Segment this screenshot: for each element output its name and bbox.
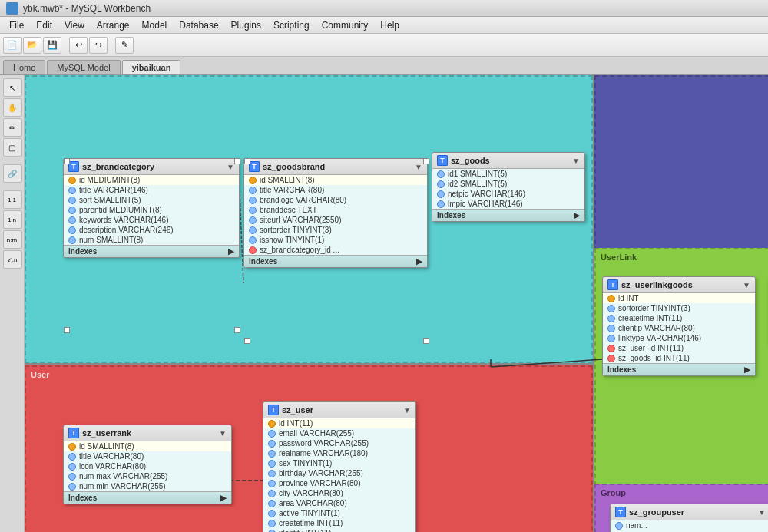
table-sz_user[interactable]: T sz_user ▼ id INT(11) email VARCHAR(255… — [263, 401, 416, 532]
11-tool[interactable]: 1:1 — [3, 190, 22, 209]
undo-btn[interactable]: ↩ — [69, 37, 88, 54]
tab-home[interactable]: Home — [3, 60, 45, 74]
resize-handle[interactable] — [244, 338, 250, 344]
field-icon — [268, 460, 276, 468]
table-row: linktype VARCHAR(146) — [603, 333, 755, 343]
field-icon — [68, 216, 76, 224]
select-tool[interactable]: ↖ — [3, 78, 22, 97]
expand-btn[interactable]: ▼ — [219, 429, 227, 438]
table-row: brandlogo VARCHAR(80) — [244, 195, 427, 205]
menu-item-help[interactable]: Help — [374, 18, 406, 32]
table-footer-sz_brandcategory[interactable]: Indexes ▶ — [64, 245, 239, 257]
canvas[interactable]: User UserLink Group T — [25, 75, 768, 532]
1n-tool[interactable]: 1:n — [3, 210, 22, 229]
table-header-sz_goods[interactable]: T sz_goods ▼ — [432, 153, 584, 169]
app-icon — [6, 2, 18, 15]
resize-handle[interactable] — [234, 158, 240, 164]
table-footer-sz_goods[interactable]: Indexes ▶ — [432, 209, 584, 221]
table-footer-sz_userrank[interactable]: Indexes ▶ — [64, 491, 231, 504]
menu-item-view[interactable]: View — [58, 18, 91, 32]
pencil-tool[interactable]: ✏ — [3, 118, 22, 137]
menu-item-edit[interactable]: Edit — [30, 18, 58, 32]
field-icon — [268, 430, 276, 438]
table-header-sz_userrank[interactable]: T sz_userrank ▼ — [64, 425, 231, 441]
menubar: FileEditViewArrangeModelDatabasePluginsS… — [0, 17, 768, 34]
table-sz_brandcategory[interactable]: T sz_brandcategory ▼ id MEDIUMINT(8) tit… — [63, 158, 240, 258]
field-icon — [249, 207, 257, 214]
userlink-region-label: UserLink — [601, 253, 637, 262]
resize-handle[interactable] — [64, 158, 70, 164]
indexes-label: Indexes — [437, 211, 465, 220]
footer-arrow: ▶ — [744, 365, 750, 374]
field-icon — [437, 190, 445, 198]
field-icon — [249, 236, 257, 244]
footer-arrow: ▶ — [574, 211, 580, 220]
table-row: id MEDIUMINT(8) — [64, 175, 239, 185]
nn-tool[interactable]: ↙:n — [3, 250, 22, 269]
menu-item-scripting[interactable]: Scripting — [267, 18, 316, 32]
field-icon — [68, 226, 76, 234]
fk-icon — [249, 246, 257, 254]
table-row: title VARCHAR(146) — [64, 185, 239, 195]
resize-handle[interactable] — [423, 158, 429, 164]
table-body: id MEDIUMINT(8) title VARCHAR(146) sort … — [64, 175, 239, 245]
table-icon: T — [615, 507, 626, 517]
expand-btn[interactable]: ▼ — [743, 281, 750, 289]
link-tool[interactable]: 🔗 — [3, 164, 22, 183]
table-row: city VARCHAR(80) — [263, 488, 415, 498]
expand-btn[interactable]: ▼ — [415, 163, 422, 171]
toolbar: 📄 📂 💾 ↩ ↪ ✎ — [0, 34, 768, 57]
menu-item-arrange[interactable]: Arrange — [91, 18, 136, 32]
expand-btn[interactable]: ▼ — [572, 157, 580, 165]
table-sz_goodsbrand[interactable]: T sz_goodsbrand ▼ id SMALLINT(8) title V… — [243, 158, 428, 268]
edit-btn[interactable]: ✎ — [115, 37, 134, 54]
table-header-sz_groupuser[interactable]: T sz_groupuser ▼ — [611, 504, 768, 520]
redo-btn[interactable]: ↪ — [89, 37, 108, 54]
nm-tool[interactable]: n:m — [3, 230, 22, 249]
table-row: id1 SMALLINT(5) — [432, 169, 584, 179]
rect-tool[interactable]: ▢ — [3, 138, 22, 157]
table-row: netpic VARCHAR(146) — [432, 189, 584, 199]
resize-handle[interactable] — [244, 158, 250, 164]
field-icon — [268, 440, 276, 448]
table-footer-sz_userlinkgoods[interactable]: Indexes ▶ — [603, 363, 755, 375]
titlebar: ybk.mwb* - MySQL Workbench — [0, 0, 768, 17]
field-icon — [607, 315, 615, 322]
save-btn[interactable]: 💾 — [43, 37, 61, 54]
table-row: branddesc TEXT — [244, 205, 427, 215]
table-header-sz_userlinkgoods[interactable]: T sz_userlinkgoods ▼ — [603, 277, 755, 293]
table-header-sz_brandcategory[interactable]: T sz_brandcategory ▼ — [64, 159, 239, 175]
expand-btn[interactable]: ▼ — [758, 508, 766, 517]
new-btn[interactable]: 📄 — [3, 37, 22, 54]
table-footer-sz_goodsbrand[interactable]: Indexes ▶ — [244, 255, 427, 267]
field-icon — [249, 197, 257, 204]
open-btn[interactable]: 📂 — [23, 37, 41, 54]
blue-region — [594, 75, 768, 259]
table-sz_userlinkgoods[interactable]: T sz_userlinkgoods ▼ id INT sortorder TI… — [602, 276, 756, 376]
title-text: ybk.mwb* - MySQL Workbench — [23, 3, 151, 14]
field-icon — [68, 483, 76, 491]
field-icon — [268, 450, 276, 458]
tab-yibaikuan[interactable]: yibaikuan — [122, 60, 181, 74]
resize-handle[interactable] — [423, 338, 429, 344]
fk-icon — [607, 355, 615, 362]
table-row: sz_goods_id INT(11) — [603, 353, 755, 363]
table-header-sz_user[interactable]: T sz_user ▼ — [263, 402, 415, 418]
hand-tool[interactable]: ✋ — [3, 98, 22, 117]
menu-item-database[interactable]: Database — [173, 18, 224, 32]
table-header-sz_goodsbrand[interactable]: T sz_goodsbrand ▼ — [244, 159, 427, 175]
resize-handle[interactable] — [64, 327, 70, 333]
menu-item-plugins[interactable]: Plugins — [225, 18, 267, 32]
footer-arrow: ▶ — [228, 247, 234, 256]
resize-handle[interactable] — [234, 327, 240, 333]
table-sz_groupuser[interactable]: T sz_groupuser ▼ nam... valu... — [610, 504, 768, 532]
menu-item-model[interactable]: Model — [136, 18, 174, 32]
expand-btn[interactable]: ▼ — [227, 163, 234, 171]
menu-item-community[interactable]: Community — [316, 18, 375, 32]
menu-item-file[interactable]: File — [3, 18, 30, 32]
table-sz_goods[interactable]: T sz_goods ▼ id1 SMALLINT(5) id2 SMALLIN… — [432, 152, 585, 222]
expand-btn[interactable]: ▼ — [403, 406, 411, 415]
tab-mysql-model[interactable]: MySQL Model — [47, 60, 120, 74]
table-sz_userrank[interactable]: T sz_userrank ▼ id SMALLINT(8) title VAR… — [63, 425, 232, 504]
table-body: id SMALLINT(8) title VARCHAR(80) brandlo… — [244, 175, 427, 255]
